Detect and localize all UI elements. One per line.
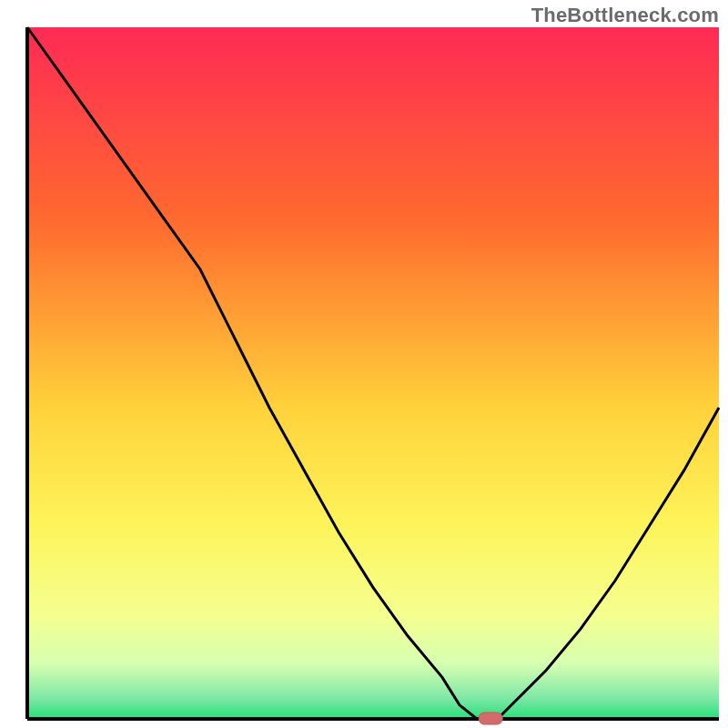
bottleneck-chart: TheBottleneck.com [0,0,728,728]
plot-background [27,27,719,719]
chart-svg [0,0,728,728]
watermark-text: TheBottleneck.com [531,4,719,27]
optimal-marker [479,713,502,724]
